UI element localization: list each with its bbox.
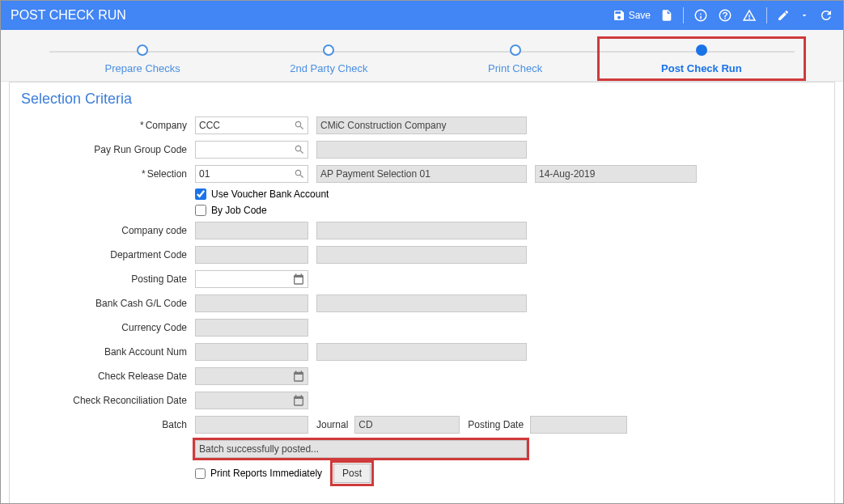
- bank-account-num-label: Bank Account Num: [21, 346, 195, 358]
- step-label: Print Check: [488, 62, 542, 74]
- save-button[interactable]: Save: [613, 9, 651, 22]
- save-icon: [613, 9, 626, 22]
- stepper: Prepare Checks 2nd Party Check Print Che…: [1, 30, 843, 82]
- save-label: Save: [629, 10, 651, 21]
- batch-label: Batch: [21, 419, 195, 430]
- step-print-check[interactable]: Print Check: [422, 44, 609, 74]
- pay-run-group-input[interactable]: [195, 141, 308, 159]
- posting-date-label: Posting Date: [21, 273, 195, 285]
- bank-account-name-display: [316, 343, 527, 361]
- post-button-highlight: Post: [333, 464, 371, 483]
- print-reports-checkbox[interactable]: [195, 468, 206, 479]
- step-post-check-run[interactable]: Post Check Run: [609, 44, 795, 74]
- batch-input: [195, 416, 308, 434]
- check-release-date-input: [195, 367, 308, 385]
- section-title: Selection Criteria: [21, 91, 823, 108]
- currency-code-label: Currency Code: [21, 322, 195, 333]
- divider: [683, 7, 684, 23]
- bank-account-num-input: [195, 343, 308, 361]
- pay-run-group-name-display: [316, 141, 527, 159]
- status-message-highlight: [195, 440, 527, 458]
- company-code-label: Company code: [21, 225, 195, 236]
- use-voucher-bank-account-row: Use Voucher Bank Account: [195, 188, 823, 200]
- company-name-display: [316, 116, 527, 134]
- info-icon: [693, 8, 708, 23]
- highlight-box: [597, 36, 806, 81]
- by-job-code-checkbox[interactable]: [195, 205, 206, 216]
- selection-input[interactable]: [195, 165, 308, 183]
- refresh-button[interactable]: [819, 8, 833, 23]
- step-label: 2nd Party Check: [290, 62, 367, 74]
- journal-input: [354, 416, 460, 434]
- edit-button[interactable]: [777, 9, 790, 22]
- step-prepare-checks[interactable]: Prepare Checks: [49, 44, 235, 74]
- export-button[interactable]: [660, 9, 673, 22]
- company-input[interactable]: [195, 116, 308, 134]
- calendar-icon: [292, 370, 305, 383]
- calendar-icon: [292, 394, 305, 407]
- company-label: *Company: [21, 120, 195, 131]
- pay-run-group-label: Pay Run Group Code: [21, 144, 195, 155]
- department-code-label: Department Code: [21, 249, 195, 260]
- use-voucher-bank-account-label: Use Voucher Bank Account: [211, 188, 329, 200]
- check-reconciliation-date-input: [195, 392, 308, 409]
- post-button[interactable]: Post: [333, 464, 371, 483]
- step-2nd-party-check[interactable]: 2nd Party Check: [235, 44, 422, 74]
- check-reconciliation-date-label: Check Reconciliation Date: [21, 395, 195, 406]
- company-code-name-display: [316, 222, 527, 239]
- selection-date-display: [535, 165, 697, 183]
- status-message: [195, 440, 527, 458]
- selection-name-display: [316, 165, 527, 183]
- step-circle: [137, 44, 148, 56]
- info-button[interactable]: [693, 8, 708, 23]
- dropdown-button[interactable]: [799, 11, 809, 20]
- posting-date-input[interactable]: [195, 270, 308, 288]
- use-voucher-bank-account-checkbox[interactable]: [195, 188, 206, 200]
- posting-date2-label: Posting Date: [460, 419, 530, 430]
- alert-button[interactable]: [742, 8, 757, 23]
- step-label: Prepare Checks: [105, 62, 180, 74]
- app-header: POST CHECK RUN Save: [1, 1, 843, 30]
- calendar-icon: [292, 273, 305, 286]
- selection-label: *Selection: [21, 168, 195, 180]
- step-circle: [323, 44, 334, 56]
- journal-label: Journal: [308, 419, 354, 430]
- help-icon: [718, 8, 732, 23]
- department-code-name-display: [316, 246, 527, 264]
- by-job-code-label: By Job Code: [211, 205, 267, 216]
- currency-code-input: [195, 319, 308, 337]
- divider: [766, 7, 767, 23]
- header-actions: Save: [613, 7, 833, 23]
- department-code-input: [195, 246, 308, 264]
- bank-cash-gl-input: [195, 294, 308, 312]
- check-release-date-label: Check Release Date: [21, 371, 195, 382]
- bank-cash-gl-name-display: [316, 294, 527, 312]
- by-job-code-row: By Job Code: [195, 205, 823, 216]
- alert-icon: [742, 8, 757, 23]
- refresh-icon: [819, 8, 833, 23]
- document-icon: [660, 9, 673, 22]
- page-title: POST CHECK RUN: [11, 8, 126, 23]
- selection-criteria-panel: Selection Criteria *Company Pay Run Grou…: [9, 82, 835, 504]
- print-reports-label: Print Reports Immediately: [210, 468, 322, 479]
- help-button[interactable]: [718, 8, 732, 23]
- posting-date2-input: [530, 416, 627, 434]
- company-code-input: [195, 222, 308, 239]
- bank-cash-gl-label: Bank Cash G/L Code: [21, 298, 195, 309]
- chevron-down-icon: [799, 11, 809, 20]
- edit-icon: [777, 9, 790, 22]
- step-circle: [510, 44, 521, 56]
